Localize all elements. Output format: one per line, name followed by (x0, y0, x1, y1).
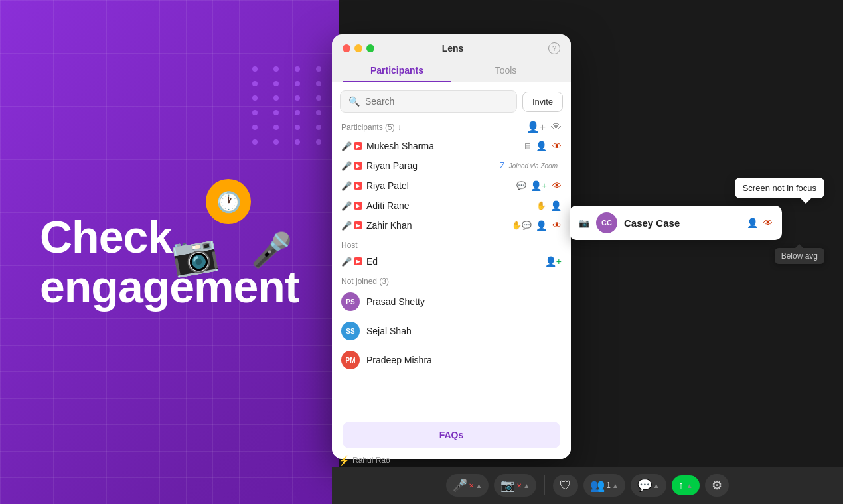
participant-name: Pradeep Mishra (366, 355, 432, 365)
add-participants-icon[interactable]: 👤+ (526, 121, 546, 133)
list-item[interactable]: 🎤 ▶ Riya Patel 💬 👤+ 👁 (332, 176, 571, 196)
cam-icon: ▶ (354, 162, 362, 170)
zoom-icon: Z (500, 161, 504, 170)
cam-icon: ▶ (354, 142, 362, 150)
list-item[interactable]: 🎤 ▶ Mukesh Sharma 🖥 👤 👁 (332, 136, 571, 156)
participant-icons: 🎤 ▶ (341, 181, 362, 191)
remove-participant-icon[interactable]: 👤 (550, 200, 562, 211)
list-item[interactable]: SS Sejal Shah (332, 316, 571, 346)
host-section-label: Host (332, 235, 571, 251)
tab-participants[interactable]: Participants (343, 60, 451, 82)
participant-name: Riya Patel (366, 180, 512, 191)
shield-control[interactable]: 🛡 (553, 475, 578, 497)
participant-actions: 👤 👁 (536, 220, 562, 231)
eye-red-icon[interactable]: 👁 (763, 218, 773, 228)
below-avg-tooltip: Below avg (775, 248, 824, 264)
help-button[interactable]: ? (548, 42, 560, 54)
eye-red-icon[interactable]: 👁 (552, 141, 562, 151)
host-actions: 👤+ (545, 256, 562, 267)
host-name: Ed (366, 256, 541, 267)
screen-share-icon: 🖥 (523, 141, 532, 151)
camera-control[interactable]: 📷 ✕ ▲ (494, 474, 536, 497)
avatar: CC (596, 212, 617, 233)
chat-control[interactable]: 💬 ▲ (631, 474, 666, 497)
invite-button[interactable]: Invite (522, 92, 563, 112)
share-button[interactable]: ↑ ▲ (672, 475, 700, 495)
casey-name: Casey Case (624, 218, 740, 229)
participant-name: Zahir Khan (366, 220, 508, 231)
tab-bar: Participants Tools (332, 54, 571, 82)
list-item[interactable]: 🎤 ▶ Aditi Rane ✋ 👤 (332, 196, 571, 216)
list-item[interactable]: 🎤 ▶ Zahir Khan ✋💬 👤 👁 (332, 216, 571, 235)
decorative-dots (252, 66, 328, 145)
clock-icon: 🕐 (206, 179, 251, 224)
raise-hand-emoji: ✋ (536, 201, 546, 210)
share-caret[interactable]: ▲ (686, 482, 693, 489)
cam-icon: ▶ (354, 202, 362, 210)
remove-participant-icon[interactable]: 👤 (536, 220, 547, 231)
mic-muted-icon: 🎤 (341, 141, 352, 151)
cam-icon: ▶ (354, 257, 362, 265)
participants-count: 1 (606, 481, 611, 490)
mic-slash-icon: ✕ (469, 482, 474, 489)
window-title: Lens (382, 43, 523, 54)
not-joined-section-label: Not joined (3) (332, 271, 571, 287)
search-input[interactable] (365, 96, 508, 107)
casey-actions: 👤 👁 (747, 218, 773, 228)
cam-icon-casey: 📷 (579, 218, 589, 228)
search-row: 🔍 Invite (332, 82, 571, 118)
participant-name: Sejal Shah (366, 326, 412, 336)
eye-red-icon[interactable]: 👁 (552, 220, 562, 231)
eye-red-icon[interactable]: 👁 (552, 180, 562, 191)
avatar: PM (341, 351, 360, 369)
minimize-button[interactable] (354, 44, 362, 52)
chat-icon: 💬 (637, 478, 652, 493)
avatar: PS (341, 292, 360, 311)
participants-control[interactable]: 👥 1 ▲ (583, 474, 625, 497)
list-item[interactable]: PS Prasad Shetty (332, 287, 571, 316)
participants-count-label: Participants (5) ↓ (341, 123, 402, 132)
mic-muted-icon: 🎤 (341, 181, 352, 191)
cam-off-icon: 📷 (500, 478, 515, 493)
close-button[interactable] (343, 44, 350, 52)
section-icons: 👤+ 👁 (526, 121, 562, 133)
more-control[interactable]: ⚙ (705, 474, 729, 497)
chat-emoji: 💬 (516, 181, 526, 190)
list-item[interactable]: PM Pradeep Mishra (332, 346, 571, 375)
chat-caret[interactable]: ▲ (653, 482, 660, 489)
lightning-icon: ⚡ (339, 455, 350, 466)
add-participant-icon[interactable]: 👤+ (530, 180, 547, 191)
participant-name: Aditi Rane (366, 200, 532, 211)
add-participant-icon[interactable]: 👤+ (545, 256, 562, 267)
share-icon: ↑ (678, 479, 684, 491)
zoom-badge: Joined via Zoom (509, 162, 558, 170)
mic-caret[interactable]: ▲ (475, 482, 482, 489)
cam-caret[interactable]: ▲ (523, 482, 530, 489)
traffic-lights (343, 44, 374, 52)
maximize-button[interactable] (366, 44, 374, 52)
remove-icon[interactable]: 👤 (747, 218, 758, 228)
list-item[interactable]: 🎤 ▶ Riyan Parag Z Joined via Zoom (332, 156, 571, 176)
search-box: 🔍 (340, 90, 517, 113)
screen-not-in-focus-tooltip: Screen not in focus (735, 178, 824, 198)
participant-icons: 🎤 ▶ (341, 257, 362, 267)
participant-icons: 🎤 ▶ (341, 161, 362, 171)
app-window: Lens ? Participants Tools 🔍 Invite Parti… (332, 34, 571, 459)
search-icon: 🔍 (348, 96, 360, 107)
title-bar: Lens ? (332, 34, 571, 54)
mic-icon: 🎤 (251, 231, 292, 269)
tab-tools[interactable]: Tools (451, 60, 560, 82)
content-area: 🔍 Invite Participants (5) ↓ 👤+ 👁 🎤 ▶ Muk… (332, 82, 571, 459)
remove-participant-icon[interactable]: 👤 (536, 141, 547, 151)
participant-icons: 🎤 ▶ (341, 141, 362, 151)
participant-actions: 👤+ 👁 (530, 180, 562, 191)
faqs-button[interactable]: FAQs (343, 422, 560, 448)
view-toggle-icon[interactable]: 👁 (551, 121, 562, 133)
list-item[interactable]: 🎤 ▶ Ed 👤+ (332, 251, 571, 271)
participant-name: Riyan Parag (366, 160, 493, 171)
mic-muted-icon: 🎤 (341, 161, 352, 171)
participant-icons: 🎤 ▶ (341, 221, 362, 231)
mic-muted-icon: 🎤 (341, 257, 352, 267)
mic-control[interactable]: 🎤 ✕ ▲ (446, 474, 489, 497)
participants-caret[interactable]: ▲ (612, 482, 619, 489)
